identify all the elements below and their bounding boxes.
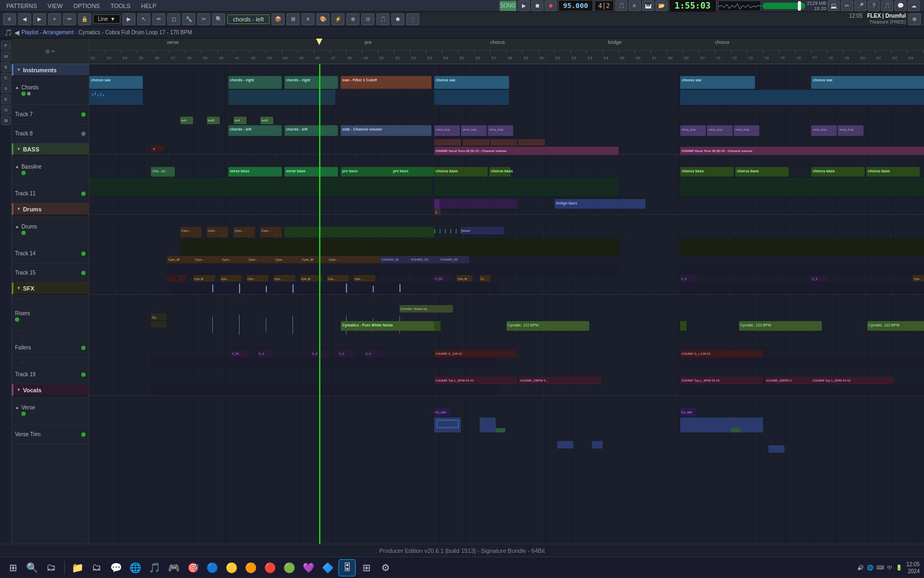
chords-led[interactable] [21, 92, 26, 96]
drums-collapse[interactable]: ▲ [15, 224, 19, 229]
play-btn[interactable]: ▶ [518, 1, 530, 11]
left-panel-btn-2[interactable]: M [1, 51, 11, 61]
app2-icon[interactable]: 🟠 [242, 559, 259, 576]
mail-icon[interactable]: 💬 [107, 559, 125, 576]
slice-tool[interactable]: ✂ [197, 13, 210, 25]
track-8-led[interactable] [81, 132, 86, 136]
chrome-icon[interactable]: 🔵 [204, 559, 221, 576]
group-btn[interactable]: 📦 [272, 13, 284, 25]
app5-icon[interactable]: 💜 [300, 559, 317, 576]
back-btn[interactable]: ◀ [14, 29, 19, 36]
volume-slider[interactable] [763, 3, 805, 9]
clip[interactable] [680, 321, 687, 331]
menu-tools[interactable]: TOOLS [109, 2, 133, 10]
verse-collapse[interactable]: ▲ [15, 405, 19, 410]
edit-icon[interactable]: ✏ [51, 49, 56, 54]
lock-btn[interactable]: 🔒 [78, 13, 91, 25]
left-panel-btn-8[interactable]: ⊞ [1, 116, 11, 125]
eraser-tool[interactable]: ◻ [167, 13, 180, 25]
menu-view[interactable]: VIEW [45, 2, 65, 10]
left-panel-btn-6[interactable]: E [1, 94, 11, 104]
clip[interactable] [434, 417, 461, 432]
metronome-btn[interactable]: 🎵 [615, 1, 627, 11]
track-15-led[interactable] [81, 271, 86, 275]
search-icon[interactable]: 🔍 [24, 559, 41, 576]
clip[interactable] [680, 417, 763, 432]
help-icon[interactable]: ? [868, 1, 880, 11]
ruler[interactable]: verse pre chorus bridge chorus 323334353… [89, 39, 924, 64]
track-11-led[interactable] [81, 192, 86, 196]
split-btn[interactable]: ⚡ [332, 13, 344, 25]
detuner-btn[interactable]: 🎵 [376, 13, 389, 25]
clip[interactable] [180, 227, 202, 238]
clip[interactable] [434, 321, 441, 331]
merge-btn[interactable]: ⊕ [346, 13, 359, 25]
media-taskbar-icon[interactable]: 🎯 [184, 559, 202, 576]
browser-btn[interactable]: 📂 [656, 1, 667, 11]
clip[interactable] [463, 139, 489, 146]
clip[interactable] [207, 227, 228, 238]
mic-icon[interactable]: 🎤 [854, 1, 866, 11]
song-mode-btn[interactable]: SONG [499, 1, 517, 11]
clip[interactable] [178, 275, 186, 282]
playlist-icon[interactable]: ≡ [3, 13, 16, 25]
export-icon[interactable]: ✂ [841, 1, 853, 11]
vocals-group-header[interactable]: ▼ Vocals [12, 384, 89, 396]
left-panel-btn-7[interactable]: G [1, 105, 11, 115]
browser-taskbar-icon[interactable]: 🌐 [127, 559, 144, 576]
more-btn[interactable]: ⋮ [406, 13, 419, 25]
snap-icon[interactable]: ⊞ [45, 49, 50, 54]
clip[interactable] [260, 227, 282, 238]
bassline-collapse[interactable]: ▲ [15, 164, 19, 169]
color-btn[interactable]: 🎨 [317, 13, 329, 25]
brush-tool[interactable]: ✏ [152, 13, 165, 25]
quantize-btn[interactable]: ≡ [302, 13, 314, 25]
instruments-group-header[interactable]: ▼ Instruments [12, 64, 89, 76]
track-14-led[interactable] [81, 252, 86, 256]
clip[interactable] [557, 441, 573, 448]
sfx-group-header[interactable]: ▼ SFX [12, 283, 89, 294]
clip[interactable] [490, 139, 517, 146]
verse-trim-led[interactable] [81, 432, 86, 437]
chords-collapse[interactable]: ▲ [15, 85, 19, 90]
snap-btn[interactable]: ⊞ [287, 13, 299, 25]
align-btn[interactable]: ⊙ [361, 13, 374, 25]
cursor-tool[interactable]: ↖ [137, 13, 150, 25]
clip[interactable] [731, 428, 741, 432]
settings-taskbar-icon[interactable]: ⚙ [377, 559, 394, 576]
chords-mute[interactable] [27, 92, 30, 95]
sound-icon[interactable]: 🔊 [857, 565, 864, 571]
record2-btn[interactable]: ⏺ [391, 13, 404, 25]
clip[interactable] [284, 227, 434, 238]
clip[interactable] [434, 139, 461, 146]
clip[interactable] [518, 139, 545, 146]
prev-btn[interactable]: ◀ [18, 13, 31, 25]
menu-patterns[interactable]: PATTERNS [4, 2, 39, 10]
mode-arrow[interactable]: ▶ [122, 13, 135, 25]
plugin-btn[interactable]: ⊕ [908, 13, 921, 25]
chat-icon[interactable]: 💬 [895, 1, 906, 11]
clip[interactable] [151, 321, 167, 328]
track-19-led[interactable] [81, 372, 86, 377]
clip[interactable] [434, 199, 517, 209]
explorer-icon[interactable]: 📁 [69, 559, 86, 576]
taskview-icon[interactable]: 🗂 [43, 559, 60, 576]
app6-icon[interactable]: 🔷 [319, 559, 336, 576]
grid-icon[interactable]: ⊞ [358, 559, 375, 576]
mode-selector[interactable]: Line ▼ [93, 14, 120, 24]
drums-group-header[interactable]: ▼ Drums [12, 203, 89, 215]
clip[interactable] [592, 441, 603, 448]
menu-options[interactable]: OPTIONS [71, 2, 102, 10]
app1-icon[interactable]: 🟡 [223, 559, 240, 576]
bpm-display[interactable]: 95.000 [558, 0, 593, 11]
piano-btn[interactable]: 🎹 [642, 1, 654, 11]
bassline-led[interactable] [21, 171, 26, 175]
left-panel-btn-1[interactable]: P [1, 41, 11, 50]
add-btn[interactable]: + [48, 13, 61, 25]
cloud-icon[interactable]: ☁ [908, 1, 920, 11]
left-panel-btn-3[interactable]: B [1, 62, 11, 72]
track-content[interactable]: chorus sax chords - right chords - right… [89, 64, 924, 544]
clip[interactable] [496, 428, 505, 432]
stop-btn[interactable]: ⏹ [532, 1, 543, 11]
battery-icon[interactable]: 🔋 [896, 565, 902, 571]
